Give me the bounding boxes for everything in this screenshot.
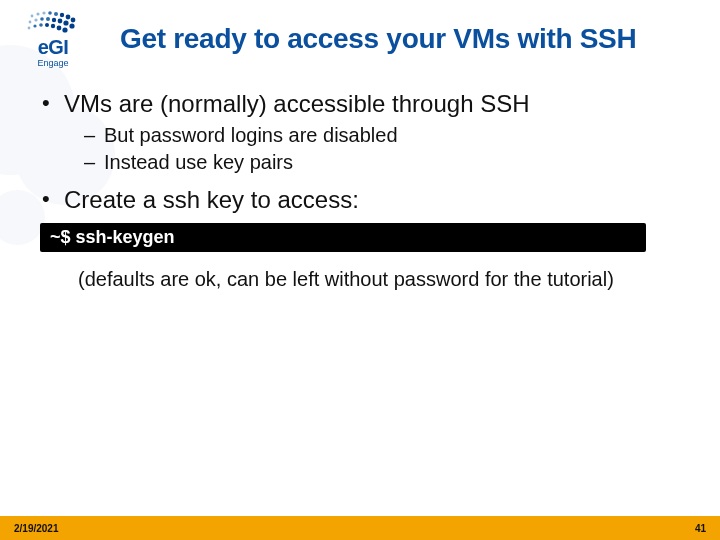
svg-point-11 [46, 17, 50, 21]
slide-header: eGI Engage Get ready to access your VMs … [0, 0, 720, 72]
logo-text: eGI [38, 37, 69, 57]
svg-point-6 [66, 15, 71, 20]
bullet-item: Create a ssh key to access: [40, 184, 680, 216]
terminal-command: ~$ ssh-keygen [40, 223, 646, 252]
svg-point-18 [39, 23, 43, 27]
svg-point-1 [36, 12, 39, 15]
svg-point-7 [71, 18, 76, 23]
sub-bullet-item: Instead use key pairs [64, 149, 680, 176]
svg-point-19 [45, 23, 49, 27]
bullet-text: VMs are (normally) accessible through SS… [64, 90, 530, 117]
svg-point-2 [42, 11, 45, 14]
slide-footer: 2/19/2021 41 [0, 516, 720, 540]
svg-point-13 [58, 19, 63, 24]
logo-subtext: Engage [37, 58, 68, 68]
svg-point-22 [62, 27, 67, 32]
logo-dots-icon [24, 10, 82, 38]
slide-content: VMs are (normally) accessible through SS… [0, 72, 720, 293]
note-text: (defaults are ok, can be left without pa… [40, 266, 680, 293]
slide-title: Get ready to access your VMs with SSH [120, 23, 696, 55]
svg-point-15 [69, 23, 74, 28]
svg-point-10 [40, 17, 44, 21]
svg-point-0 [31, 15, 34, 18]
svg-point-12 [52, 18, 56, 22]
svg-point-17 [33, 24, 36, 27]
svg-point-5 [60, 13, 64, 17]
svg-point-9 [34, 18, 37, 21]
svg-point-3 [48, 11, 52, 15]
egi-logo: eGI Engage [14, 10, 92, 68]
bullet-item: VMs are (normally) accessible through SS… [40, 88, 680, 176]
sub-bullet-item: But password logins are disabled [64, 122, 680, 149]
svg-point-4 [54, 12, 58, 16]
footer-date: 2/19/2021 [14, 523, 59, 534]
footer-page-number: 41 [695, 523, 706, 534]
svg-point-21 [57, 26, 62, 31]
svg-point-8 [29, 21, 32, 24]
svg-point-20 [51, 24, 55, 28]
svg-point-16 [28, 27, 31, 30]
svg-point-14 [63, 20, 68, 25]
